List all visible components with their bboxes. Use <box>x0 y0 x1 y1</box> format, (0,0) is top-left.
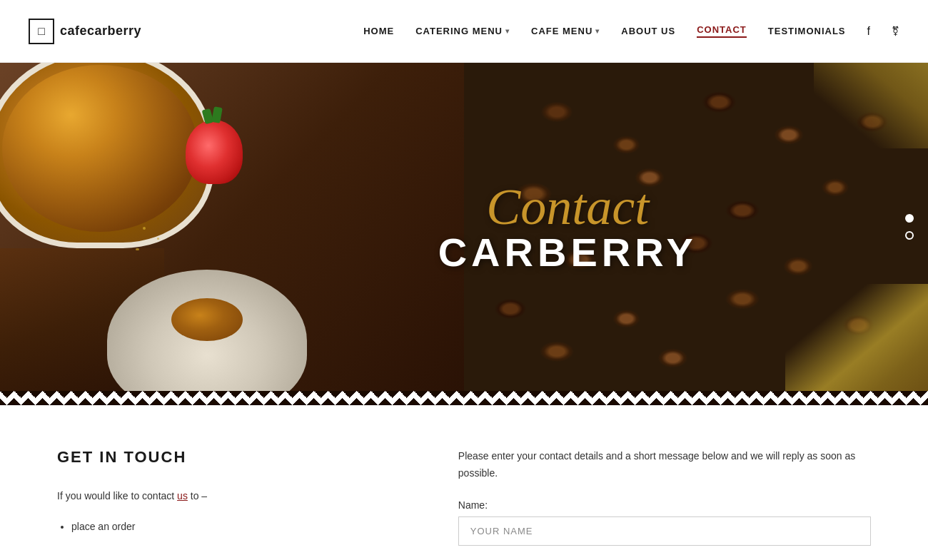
zigzag-separator <box>0 391 928 405</box>
contact-intro: If you would like to contact us to – <box>57 488 401 504</box>
nav-testimonials[interactable]: TESTIMONIALS <box>768 26 846 36</box>
nav-home[interactable]: HOME <box>363 26 394 36</box>
bullet-list: place an order <box>57 518 401 535</box>
name-input[interactable] <box>458 516 871 546</box>
slider-dots <box>905 214 914 240</box>
contact-link[interactable]: us <box>177 490 188 502</box>
granola-top-right <box>814 63 928 148</box>
logo[interactable]: □ cafecarberry <box>29 19 141 44</box>
slider-dot-2[interactable] <box>905 231 914 240</box>
hero-left-panel <box>0 63 464 391</box>
crumb-2 <box>157 238 159 240</box>
nav-contact[interactable]: CONTACT <box>697 24 747 38</box>
list-item: place an order <box>71 518 401 535</box>
chevron-down-icon: ▾ <box>505 27 510 35</box>
crumb-1 <box>143 227 146 230</box>
tripadvisor-icon[interactable]: ⚧ <box>892 26 899 36</box>
name-label: Name: <box>458 499 871 511</box>
section-title: GET IN TOUCH <box>57 448 401 467</box>
form-description: Please enter your contact details and a … <box>458 448 871 482</box>
hero-text-overlay: Contact CARBERRY <box>438 181 697 273</box>
coffee-cup-top <box>0 63 214 248</box>
logo-text: cafecarberry <box>60 24 141 39</box>
coffee-liquid <box>2 65 198 232</box>
left-content: GET IN TOUCH If you would like to contac… <box>57 448 401 546</box>
nav-about-us[interactable]: ABOUT US <box>621 26 675 36</box>
right-content: Please enter your contact details and a … <box>458 448 871 546</box>
hero-script-text: Contact <box>438 181 697 233</box>
content-section: GET IN TOUCH If you would like to contac… <box>0 405 928 560</box>
hero-bold-text: CARBERRY <box>438 233 697 273</box>
coffee-cup-bottom-liquid <box>171 298 243 341</box>
crumb-3 <box>136 248 139 250</box>
granola-bottom-right <box>785 284 928 391</box>
chevron-down-icon: ▾ <box>595 27 600 35</box>
nav-catering-menu[interactable]: CATERING MENU ▾ <box>415 26 510 36</box>
hero-section: Contact CARBERRY <box>0 63 928 391</box>
nav-cafe-menu[interactable]: CAFE MENU ▾ <box>531 26 600 36</box>
header: □ cafecarberry HOME CATERING MENU ▾ CAFE… <box>0 0 928 63</box>
main-nav: HOME CATERING MENU ▾ CAFE MENU ▾ ABOUT U… <box>363 24 899 38</box>
strawberry-image <box>186 120 243 184</box>
logo-icon: □ <box>29 19 54 44</box>
page-frame: □ cafecarberry HOME CATERING MENU ▾ CAFE… <box>0 0 928 560</box>
facebook-icon[interactable]: f <box>867 25 870 38</box>
slider-dot-1[interactable] <box>905 214 914 223</box>
